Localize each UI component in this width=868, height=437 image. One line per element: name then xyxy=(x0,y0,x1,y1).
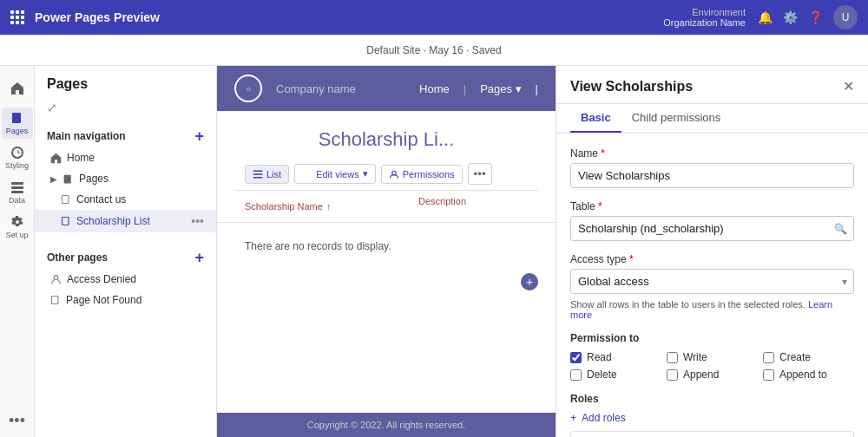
add-main-nav-btn[interactable]: + xyxy=(194,128,204,144)
other-nav-header: Other pages + xyxy=(35,246,216,269)
perm-create-checkbox[interactable] xyxy=(763,352,774,363)
perm-write-checkbox[interactable] xyxy=(667,352,678,363)
table-empty: There are no records to display. xyxy=(217,223,556,270)
perm-read[interactable]: Read xyxy=(570,351,661,363)
name-input[interactable] xyxy=(570,163,854,188)
sidebar-item-home[interactable] xyxy=(2,73,33,104)
svg-rect-4 xyxy=(11,191,23,193)
nav-link-pages[interactable]: Pages ▾ xyxy=(480,82,521,95)
table-input[interactable] xyxy=(570,216,854,241)
add-other-nav-btn[interactable]: + xyxy=(194,250,204,265)
resize-row: ⤢ xyxy=(35,97,216,118)
perm-write[interactable]: Write xyxy=(667,351,758,363)
bell-icon[interactable]: 🔔 xyxy=(758,10,773,24)
env-value: Organization Name xyxy=(663,17,746,28)
panel-body: Name * Table * 🔍 Access type xyxy=(556,134,868,437)
tab-basic[interactable]: Basic xyxy=(570,104,621,133)
list-btn-label: List xyxy=(266,169,281,179)
nav-link-home[interactable]: Home xyxy=(419,82,450,95)
pages-panel-title: Pages xyxy=(47,76,88,91)
perm-read-checkbox[interactable] xyxy=(570,352,582,363)
svg-rect-12 xyxy=(253,177,263,179)
perm-append-to[interactable]: Append to xyxy=(763,369,854,381)
table-label: Table * xyxy=(570,200,854,212)
nav-item-home[interactable]: Home xyxy=(35,147,216,168)
permissions-label: Permissions xyxy=(403,169,455,179)
nav-item-not-found[interactable]: Page Not Found xyxy=(35,290,216,310)
preview-frame: ○ Company name Home | Pages ▾ | Scholars… xyxy=(217,66,556,437)
sidebar-item-styling[interactable]: Styling xyxy=(2,142,33,173)
sidebar-item-setup[interactable]: Set up xyxy=(2,212,33,243)
help-icon[interactable]: ❓ xyxy=(808,10,823,24)
nav-item-contact-label: Contact us xyxy=(76,193,126,205)
sidebar-item-data[interactable]: Data xyxy=(2,177,33,208)
permission-grid: Read Write Create Delete xyxy=(570,351,854,381)
preview-content: Scholarship Li... List Edit views ▾ xyxy=(217,111,556,413)
sidebar-more[interactable]: ••• xyxy=(9,412,25,430)
perm-delete-checkbox[interactable] xyxy=(570,369,582,381)
grid-icon[interactable] xyxy=(10,10,24,24)
add-roles-btn[interactable]: + Add roles xyxy=(570,412,626,424)
perm-append-to-checkbox[interactable] xyxy=(763,369,774,381)
resize-icon: ⤢ xyxy=(42,95,62,120)
scholarship-more-btn[interactable]: ••• xyxy=(191,214,204,228)
edit-views-label: Edit views xyxy=(316,169,359,179)
access-required: * xyxy=(629,253,634,265)
scroll-btn[interactable]: + xyxy=(521,273,538,290)
avatar[interactable]: U xyxy=(833,5,858,29)
settings-icon[interactable]: ⚙️ xyxy=(783,10,798,24)
nav-item-pages[interactable]: ▶ Pages xyxy=(35,168,216,189)
role-item-anonymous: 👤 Anonymous Users ⋮ xyxy=(570,431,854,437)
col-scholarship-name-label: Scholarship Name xyxy=(245,201,323,212)
nav-item-scholarship[interactable]: Scholarship List ••• xyxy=(35,210,216,232)
table-search-icon: 🔍 xyxy=(834,223,847,235)
perm-append-checkbox[interactable] xyxy=(667,369,678,381)
sidebar-setup-label: Set up xyxy=(5,231,28,239)
nav-item-contact[interactable]: Contact us xyxy=(35,189,216,210)
pages-panel: Pages ⤢ Main navigation + Home ▶ Pages C… xyxy=(35,66,217,437)
other-nav-section: Other pages + Access Denied Page Not Fou… xyxy=(35,239,216,317)
table-scroll-indicator: + xyxy=(217,270,556,294)
roles-title: Roles xyxy=(570,393,854,405)
close-panel-btn[interactable]: ✕ xyxy=(843,78,854,95)
svg-rect-3 xyxy=(11,186,23,189)
svg-point-8 xyxy=(54,275,58,279)
svg-rect-2 xyxy=(11,182,23,185)
access-type-label: Access type * xyxy=(570,253,854,265)
empty-message: There are no records to display. xyxy=(245,240,391,252)
access-type-group: Access type * Global access Account scop… xyxy=(570,253,854,320)
company-name: Company name xyxy=(276,82,405,95)
preview-nav: ○ Company name Home | Pages ▾ | xyxy=(217,66,556,111)
topbar-icons: 🔔 ⚙️ ❓ U xyxy=(758,5,858,29)
nav-link-pipe: | xyxy=(536,82,538,95)
scholarship-title: Scholarship Li... xyxy=(319,128,455,150)
nav-item-access-denied-label: Access Denied xyxy=(67,273,136,285)
right-panel: View Scholarships ✕ Basic Child permissi… xyxy=(556,66,868,437)
subtitlebar: Default Site · May 16 · Saved xyxy=(0,35,868,66)
svg-rect-9 xyxy=(52,297,59,304)
add-roles-label: Add roles xyxy=(582,412,626,424)
sidebar-styling-label: Styling xyxy=(5,161,29,170)
svg-rect-11 xyxy=(253,173,263,175)
permissions-btn[interactable]: Permissions xyxy=(381,165,463,184)
edit-views-btn[interactable]: Edit views ▾ xyxy=(294,164,376,184)
perm-append[interactable]: Append xyxy=(667,369,758,381)
access-type-select[interactable]: Global access Account scope Self xyxy=(570,269,854,294)
table-toolbar: List Edit views ▾ Permissions ••• xyxy=(234,158,538,191)
nav-item-access-denied[interactable]: Access Denied xyxy=(35,269,216,290)
sidebar-item-pages[interactable]: Pages xyxy=(2,108,33,139)
list-btn[interactable]: List xyxy=(245,165,289,184)
perm-delete[interactable]: Delete xyxy=(570,369,661,381)
other-nav-label: Other pages xyxy=(47,251,108,264)
tab-child-permissions[interactable]: Child permissions xyxy=(621,104,732,133)
sidebar-pages-label: Pages xyxy=(6,127,29,135)
perm-create[interactable]: Create xyxy=(763,351,854,363)
access-type-select-wrapper: Global access Account scope Self ▾ xyxy=(570,269,854,294)
table-input-wrapper: 🔍 xyxy=(570,216,854,241)
topbar: Power Pages Preview Environment Organiza… xyxy=(0,0,868,35)
col-description: Description xyxy=(418,196,556,217)
name-label: Name * xyxy=(570,147,854,160)
table-header-row: Scholarship Name ↑ Description Applicati… xyxy=(217,191,556,223)
perm-read-label: Read xyxy=(587,351,612,363)
toolbar-more-btn[interactable]: ••• xyxy=(468,163,492,185)
